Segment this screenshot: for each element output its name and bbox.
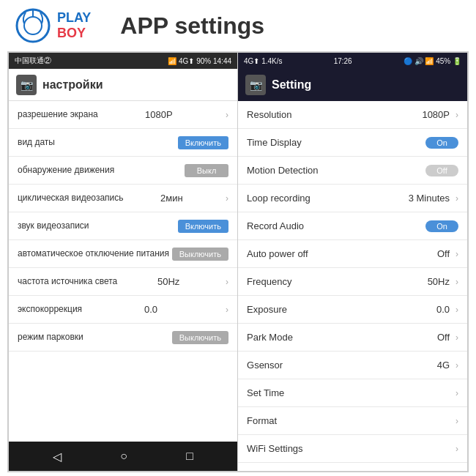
setting-label: автоматическое отключение питания xyxy=(18,248,169,260)
setting-label: экспокоррекция xyxy=(18,304,82,316)
left-status-bar: 中国联通② 📶 4G⬆ 90% 14:44 xyxy=(9,53,237,69)
list-item[interactable]: режим парковки Выключить xyxy=(9,324,237,352)
motion-detection-toggle[interactable]: Off xyxy=(425,165,458,176)
right-settings-list[interactable]: Resolution 1080P › Time Display On Motio… xyxy=(238,101,467,471)
left-app-title: настройки xyxy=(42,78,103,92)
list-item[interactable]: Park Mode Off › xyxy=(238,324,467,352)
list-item[interactable]: звук видеозаписи Включить xyxy=(9,212,237,240)
right-app-title: Setting xyxy=(272,78,311,92)
list-item[interactable]: Loop recording 3 Minutes › xyxy=(238,185,467,212)
left-carrier: 中国联通② xyxy=(15,56,51,66)
setting-label: режим парковки xyxy=(18,332,83,343)
setting-value: 0.0 xyxy=(436,304,450,315)
auto-power-label: Auto power off xyxy=(247,248,437,259)
phones-container: 中国联通② 📶 4G⬆ 90% 14:44 📷 настройки разреш… xyxy=(7,51,469,472)
list-item[interactable]: Format › xyxy=(238,407,467,435)
time-display-label: Time Display xyxy=(247,137,425,148)
record-audio-toggle[interactable]: On xyxy=(425,220,458,232)
chevron-icon: › xyxy=(455,305,458,315)
home-button[interactable]: ○ xyxy=(120,450,127,463)
left-app-icon: 📷 xyxy=(16,75,37,95)
list-item[interactable]: Resolution 1080P › xyxy=(238,101,467,129)
chevron-icon: › xyxy=(455,360,458,371)
list-item[interactable]: Exposure 0.0 › xyxy=(238,296,467,324)
chevron-icon: › xyxy=(226,305,228,315)
setting-label: циклическая видеозапись xyxy=(18,193,124,204)
right-app-bar: 📷 Setting xyxy=(238,69,467,101)
list-item[interactable]: About › xyxy=(238,463,467,471)
recent-button[interactable]: □ xyxy=(186,450,193,463)
list-item[interactable]: Record Audio On xyxy=(238,212,467,240)
logo-area: PLAY BOY xyxy=(15,7,91,44)
chevron-icon: › xyxy=(455,277,458,287)
chevron-icon: › xyxy=(455,332,458,343)
list-item[interactable]: циклическая видеозапись 2мин › xyxy=(9,185,237,212)
setting-value: 0.0 xyxy=(144,304,157,315)
setting-label: вид даты xyxy=(18,137,55,149)
loop-recording-label: Loop recording xyxy=(247,193,409,204)
setting-label: частота источника света xyxy=(18,276,117,288)
setting-label: Resolution xyxy=(247,109,422,120)
setting-value: 1080P xyxy=(145,109,173,120)
list-item[interactable]: вид даты Включить xyxy=(9,129,237,157)
right-app-icon: 📷 xyxy=(245,75,266,95)
setting-value: 50Hz xyxy=(157,276,179,287)
list-item[interactable]: Auto power off Off › xyxy=(238,240,467,268)
exposure-label: Exposure xyxy=(247,304,436,315)
list-item[interactable]: Frequency 50Hz › xyxy=(238,268,467,296)
motion-detection-label: Motion Detection xyxy=(247,165,425,176)
phone-right: 4G⬆ 1.4K/s 17:26 🔵 🔊 📶 45% 🔋 📷 Setting R… xyxy=(238,53,467,471)
setting-value: 50Hz xyxy=(428,276,450,287)
setting-value: Off xyxy=(437,332,450,343)
chevron-icon: › xyxy=(455,193,458,204)
setting-value: 2мин xyxy=(160,193,183,204)
park-mode-label: Park Mode xyxy=(247,332,437,343)
left-status-icons: 📶 4G⬆ 90% 14:44 xyxy=(168,57,231,65)
toggle-on[interactable]: Включить xyxy=(178,220,228,233)
left-nav-bar: ◁ ○ □ xyxy=(9,442,237,471)
list-item[interactable]: Set Time › xyxy=(238,379,467,407)
list-item[interactable]: Motion Detection Off xyxy=(238,157,467,185)
setting-label: разрешение экрана xyxy=(18,109,98,121)
setting-value: 4G xyxy=(437,360,450,371)
list-item[interactable]: разрешение экрана 1080P › xyxy=(9,101,237,129)
right-status-bar: 4G⬆ 1.4K/s 17:26 🔵 🔊 📶 45% 🔋 xyxy=(238,53,467,69)
chevron-icon: › xyxy=(455,388,458,398)
toggle-off[interactable]: Выкл xyxy=(185,164,228,177)
setting-value: 1080P xyxy=(422,109,450,120)
record-audio-label: Record Audio xyxy=(247,220,425,231)
wifi-settings-label: WiFi Settings xyxy=(247,443,453,454)
chevron-icon: › xyxy=(455,444,458,454)
toggle-off[interactable]: Выключить xyxy=(172,248,228,261)
format-label: Format xyxy=(247,415,453,426)
chevron-icon: › xyxy=(226,277,228,287)
list-item[interactable]: Gsensor 4G › xyxy=(238,352,467,379)
toggle-on[interactable]: Включить xyxy=(178,136,228,149)
setting-value: Off xyxy=(437,248,450,259)
list-item[interactable]: WiFi Settings › xyxy=(238,435,467,463)
set-time-label: Set Time xyxy=(247,387,453,398)
list-item[interactable]: Time Display On xyxy=(238,129,467,157)
setting-value: 3 Minutes xyxy=(409,193,450,204)
toggle-off[interactable]: Выключить xyxy=(172,331,228,344)
chevron-icon: › xyxy=(455,416,458,426)
right-carrier: 4G⬆ 1.4K/s xyxy=(244,57,282,65)
list-item[interactable]: частота источника света 50Hz › xyxy=(9,268,237,296)
list-item[interactable]: обнаружение движения Выкл xyxy=(9,157,237,185)
right-battery: 🔵 🔊 📶 45% 🔋 xyxy=(404,57,461,65)
list-item[interactable]: автоматическое отключение питания Выключ… xyxy=(9,240,237,268)
playboy-logo xyxy=(15,7,51,44)
left-settings-list[interactable]: разрешение экрана 1080P › вид даты Включ… xyxy=(9,101,237,442)
list-item[interactable]: экспокоррекция 0.0 › xyxy=(9,296,237,324)
chevron-icon: › xyxy=(226,193,228,204)
app-header: PLAY BOY APP settings xyxy=(0,0,476,51)
time-display-toggle[interactable]: On xyxy=(425,137,458,149)
right-time: 17:26 xyxy=(334,57,352,65)
chevron-icon: › xyxy=(226,110,228,120)
svg-point-1 xyxy=(24,17,42,34)
setting-label: звук видеозаписи xyxy=(18,220,89,232)
left-app-bar: 📷 настройки xyxy=(9,69,237,101)
gsensor-label: Gsensor xyxy=(247,360,437,371)
back-button[interactable]: ◁ xyxy=(53,450,62,464)
frequency-label: Frequency xyxy=(247,276,428,287)
